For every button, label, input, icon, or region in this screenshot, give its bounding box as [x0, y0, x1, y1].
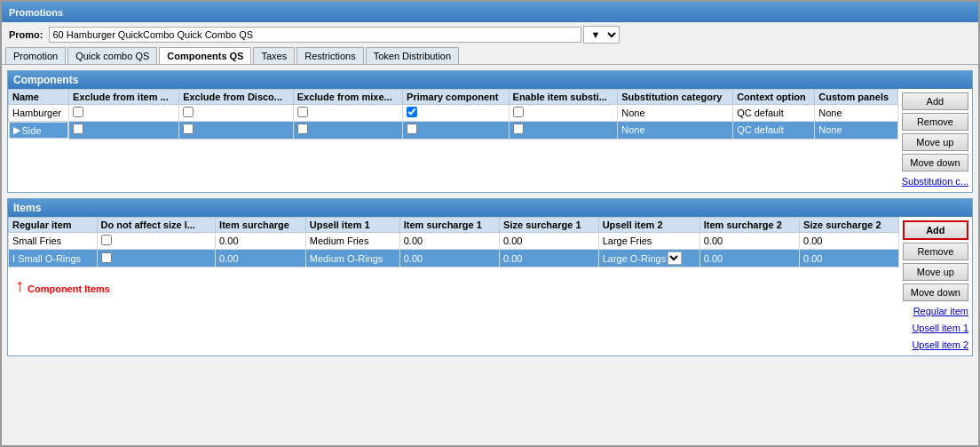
item-size-sur1: 0.00: [500, 233, 599, 250]
ex-item-checkbox2[interactable]: [73, 124, 83, 134]
table-row[interactable]: Hamburger None QC default None: [9, 105, 898, 122]
do-not-checkbox2[interactable]: [101, 252, 112, 263]
item-indicator: I Small O-Rings: [9, 250, 98, 267]
item-size-sur2: 0.00: [800, 233, 899, 250]
ex-item-checkbox[interactable]: [73, 107, 83, 117]
item-regular: Small Fries: [9, 233, 98, 250]
do-not-checkbox[interactable]: [101, 235, 112, 245]
row-indicator: ▶: [13, 124, 20, 136]
promo-label: Promo:: [9, 29, 43, 40]
annotation-label: Component Items: [28, 283, 110, 294]
item-do-not[interactable]: [97, 233, 216, 250]
tab-taxes[interactable]: Taxes: [253, 47, 295, 64]
comp-name: Hamburger: [9, 105, 69, 122]
window-title: Promotions: [9, 7, 63, 18]
enable-subst-checkbox[interactable]: [513, 107, 524, 117]
col-upsell2: Upsell item 2: [598, 218, 699, 233]
comp-custom: None: [815, 122, 898, 140]
item-upsell2: Large O-Rings ▼: [598, 250, 699, 267]
components-table-area: Name Exclude from item ... Exclude from …: [8, 89, 898, 192]
items-add-button[interactable]: Add: [903, 220, 968, 240]
item-surcharge2: 0.00: [699, 250, 799, 267]
components-header: Components: [8, 71, 972, 89]
comp-enable-subst[interactable]: [509, 122, 618, 140]
items-move-up-button[interactable]: Move up: [903, 263, 968, 281]
main-window: Promotions Promo: ▼ Promotion Quick comb…: [0, 0, 980, 447]
items-table: Regular item Do not affect size l... Ite…: [8, 217, 899, 267]
item-upsell1: Medium O-Rings: [305, 250, 399, 267]
ex-mixe-checkbox[interactable]: [297, 107, 308, 117]
primary-checkbox[interactable]: [407, 107, 417, 117]
upsell2-cell: Large O-Rings ▼: [603, 251, 696, 265]
primary-checkbox2[interactable]: [407, 124, 417, 134]
items-table-area: Regular item Do not affect size l... Ite…: [8, 217, 899, 355]
components-add-button[interactable]: Add: [902, 92, 968, 110]
col-ex-disco: Exclude from Disco...: [179, 90, 294, 105]
items-remove-button[interactable]: Remove: [903, 243, 968, 260]
upsell-item1-link[interactable]: Upsell item 1: [903, 321, 968, 335]
table-row[interactable]: Small Fries 0.00 Medium Fries 0.00 0.00 …: [9, 233, 899, 250]
item-surcharge1: 0.00: [399, 233, 499, 250]
comp-primary[interactable]: [403, 105, 509, 122]
title-bar: Promotions: [2, 2, 978, 22]
col-sub-cat: Substitution category: [618, 90, 733, 105]
item-upsell2: Large Fries: [598, 233, 699, 250]
upsell2-dropdown[interactable]: ▼: [668, 251, 682, 265]
annotation-area: ↑ Component Items: [8, 267, 899, 299]
enable-subst-checkbox2[interactable]: [513, 124, 524, 134]
comp-primary[interactable]: [403, 122, 509, 140]
components-remove-button[interactable]: Remove: [902, 113, 968, 131]
components-btn-panel: Add Remove Move up Move down Substitutio…: [898, 89, 972, 192]
item-surcharge: 0.00: [216, 233, 306, 250]
ex-disco-checkbox[interactable]: [183, 107, 194, 117]
comp-custom: None: [815, 105, 898, 122]
col-do-not: Do not affect size l...: [97, 218, 216, 233]
item-upsell1: Medium Fries: [305, 233, 399, 250]
item-do-not[interactable]: [97, 250, 216, 267]
item-surcharge2: 0.00: [699, 233, 799, 250]
col-primary: Primary component: [403, 90, 509, 105]
comp-ex-disco[interactable]: [179, 105, 294, 122]
comp-ex-item[interactable]: [69, 122, 179, 140]
tab-token-distribution[interactable]: Token Distribution: [366, 47, 459, 64]
components-section: Components Name Exclude from item ... Ex…: [7, 70, 973, 193]
promo-row: Promo: ▼: [2, 22, 978, 47]
components-table: Name Exclude from item ... Exclude from …: [8, 89, 898, 140]
component-items-annotation: ↑ Component Items: [15, 276, 892, 294]
col-custom: Custom panels: [815, 90, 898, 105]
col-ex-mixe: Exclude from mixe...: [293, 90, 402, 105]
item-regular-name: Small O-Rings: [18, 253, 81, 264]
promo-input[interactable]: [49, 27, 581, 43]
upsell2-value: Large O-Rings: [603, 253, 667, 264]
col-size-sur1: Size surcharge 1: [500, 218, 599, 233]
tab-components-qs[interactable]: Components QS: [159, 47, 251, 64]
comp-enable-subst[interactable]: [509, 105, 618, 122]
comp-sub-cat: None: [618, 105, 733, 122]
tabs-bar: Promotion Quick combo QS Components QS T…: [2, 47, 978, 65]
upsell-item2-link[interactable]: Upsell item 2: [903, 338, 968, 352]
items-move-down-button[interactable]: Move down: [903, 283, 968, 301]
tab-quick-combo-qs[interactable]: Quick combo QS: [67, 47, 157, 64]
comp-ex-mixe[interactable]: [293, 105, 402, 122]
comp-sub-cat: None: [618, 122, 733, 140]
ex-mixe-checkbox2[interactable]: [297, 124, 308, 134]
comp-name: ▶ Side: [9, 122, 69, 139]
tab-promotion[interactable]: Promotion: [5, 47, 66, 64]
regular-item-link[interactable]: Regular item: [903, 304, 968, 318]
table-row[interactable]: ▶ Side None QC default None: [9, 122, 898, 140]
components-body: Name Exclude from item ... Exclude from …: [8, 89, 972, 192]
comp-ex-item[interactable]: [69, 105, 179, 122]
col-surcharge2: Item surcharge 2: [699, 218, 799, 233]
ex-disco-checkbox2[interactable]: [183, 124, 194, 134]
comp-ex-disco[interactable]: [179, 122, 294, 140]
components-move-up-button[interactable]: Move up: [902, 133, 968, 151]
substitution-link[interactable]: Substitution c...: [902, 174, 968, 188]
tab-restrictions[interactable]: Restrictions: [296, 47, 363, 64]
promo-dropdown[interactable]: ▼: [583, 26, 620, 44]
comp-ex-mixe[interactable]: [293, 122, 402, 140]
components-move-down-button[interactable]: Move down: [902, 154, 968, 172]
col-size-sur2: Size surcharge 2: [800, 218, 899, 233]
item-size-sur2: 0.00: [800, 250, 899, 267]
table-row[interactable]: I Small O-Rings 0.00 Medium O-Rings 0.00…: [9, 250, 899, 267]
items-header: Items: [8, 199, 972, 217]
